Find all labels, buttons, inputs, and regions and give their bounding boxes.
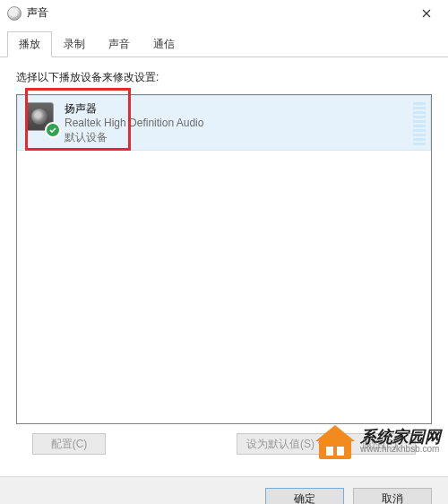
device-list[interactable]: 扬声器 Realtek High Definition Audio 默认设备 bbox=[16, 94, 432, 424]
tab-bar: 播放 录制 声音 通信 bbox=[0, 27, 448, 57]
titlebar: 声音 bbox=[0, 0, 448, 27]
device-name: 扬声器 bbox=[65, 101, 203, 116]
close-button[interactable] bbox=[406, 1, 446, 26]
device-status: 默认设备 bbox=[65, 130, 203, 144]
set-default-label: 设为默认值(S) bbox=[246, 438, 314, 450]
device-icon-wrap bbox=[25, 102, 57, 135]
watermark-title: 系统家园网 bbox=[360, 430, 441, 443]
tab-record[interactable]: 录制 bbox=[52, 31, 97, 57]
instruction-text: 选择以下播放设备来修改设置: bbox=[16, 70, 432, 85]
device-text: 扬声器 Realtek High Definition Audio 默认设备 bbox=[65, 101, 203, 144]
watermark-house-icon bbox=[317, 425, 353, 461]
watermark-text: 系统家园网 www.hnzkhbsb.com bbox=[360, 430, 441, 456]
app-icon bbox=[7, 6, 22, 21]
tab-playback[interactable]: 播放 bbox=[7, 31, 52, 57]
watermark: 系统家园网 www.hnzkhbsb.com bbox=[317, 425, 441, 461]
ok-button[interactable]: 确定 bbox=[265, 488, 344, 504]
configure-button[interactable]: 配置(C) bbox=[32, 433, 106, 455]
tab-content: 选择以下播放设备来修改设置: 扬声器 Realtek High Definiti… bbox=[0, 57, 448, 464]
level-meter bbox=[413, 102, 426, 145]
watermark-sub: www.hnzkhbsb.com bbox=[360, 443, 441, 456]
close-icon bbox=[422, 9, 431, 18]
device-item-speaker[interactable]: 扬声器 Realtek High Definition Audio 默认设备 bbox=[17, 95, 431, 151]
window-title: 声音 bbox=[27, 5, 406, 21]
tab-sound[interactable]: 声音 bbox=[97, 31, 142, 57]
spacer bbox=[115, 433, 228, 455]
tab-comm[interactable]: 通信 bbox=[142, 31, 186, 57]
device-desc: Realtek High Definition Audio bbox=[65, 116, 203, 130]
dialog-buttons: 确定 取消 bbox=[0, 476, 448, 504]
cancel-button[interactable]: 取消 bbox=[353, 488, 432, 504]
default-check-icon bbox=[45, 122, 61, 138]
